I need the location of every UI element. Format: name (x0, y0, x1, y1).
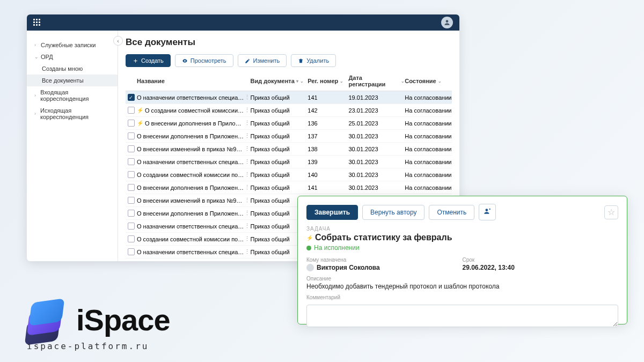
doc-reg: 138 (308, 146, 348, 152)
delete-button[interactable]: Удалить (291, 54, 336, 67)
doc-date: 30.01.2023 (349, 133, 405, 139)
sidebar-item[interactable]: ›Исходящая корреспонденция (27, 105, 118, 123)
desc-label: Описание (306, 276, 618, 282)
row-menu-icon[interactable]: ⋮ (244, 235, 250, 242)
sidebar-item-label: Созданы мною (42, 65, 83, 72)
doc-date: 30.01.2023 (349, 172, 405, 178)
row-checkbox[interactable] (128, 158, 135, 165)
return-button[interactable]: Вернуть автору (362, 205, 425, 220)
row-checkbox[interactable] (128, 120, 135, 127)
avatar[interactable] (441, 17, 453, 28)
sort-icon: ⌄ (401, 79, 405, 84)
lightning-icon: ⚡ (306, 235, 313, 241)
sidebar-item[interactable]: ›Служебные записки (27, 39, 118, 51)
sort-icon: ⌄ (340, 79, 343, 84)
row-menu-icon[interactable]: ⋮ (244, 197, 250, 204)
sidebar-item[interactable]: ⌄ОРД (27, 51, 118, 63)
task-type-label: ЗАДАЧА (306, 226, 618, 232)
sidebar-item[interactable]: ›Входящая корреспонденция (27, 86, 118, 105)
row-checkbox[interactable] (128, 197, 135, 204)
table-row[interactable]: О назначении ответственных специалист…⋮П… (126, 156, 452, 168)
sidebar-item-label: ОРД (41, 54, 53, 60)
row-menu-icon[interactable]: ⋮ (244, 107, 250, 114)
task-meta: Кому назначена Виктория Соколова Срок 29… (306, 257, 618, 271)
assignee-label: Кому назначена (306, 257, 463, 263)
table-row[interactable]: О внесении изменений в приказ №95 от …⋮П… (126, 143, 452, 156)
row-checkbox[interactable] (128, 210, 135, 217)
chevron-right-icon: › (34, 111, 38, 116)
brand: iSpace (25, 299, 170, 341)
row-checkbox[interactable] (128, 248, 135, 255)
doc-name: О создании совместной комиссии по к… (145, 107, 244, 114)
col-reg[interactable]: Рег. номер⌄ (308, 75, 348, 87)
row-menu-icon[interactable]: ⋮ (244, 184, 250, 191)
table-row[interactable]: ⚡О внесении дополнения в Приложение…⋮При… (126, 117, 452, 130)
doc-reg: 142 (308, 107, 348, 114)
row-menu-icon[interactable]: ⋮ (244, 210, 250, 217)
sort-icon: ⌄ (300, 79, 304, 84)
row-checkbox[interactable] (128, 171, 135, 178)
view-button[interactable]: Просмотреть (175, 54, 233, 67)
row-menu-icon[interactable]: ⋮ (244, 158, 250, 165)
doc-date: 19.01.2023 (349, 94, 405, 101)
doc-name: О назначении ответственных специалист… (137, 159, 244, 165)
doc-reg: 136 (308, 120, 348, 127)
row-menu-icon[interactable]: ⋮ (244, 94, 250, 101)
doc-name: О внесении дополнения в Приложение … (137, 133, 244, 139)
doc-date: 30.01.2023 (349, 159, 405, 165)
brand-name: iSpace (76, 302, 170, 337)
doc-name: О назначении ответственных специалист… (137, 249, 244, 255)
table-row[interactable]: ⚡О создании совместной комиссии по к…⋮Пр… (126, 104, 452, 117)
assign-button[interactable] (479, 204, 496, 220)
table-row[interactable]: О создании совместной комиссии по кон…⋮П… (126, 168, 452, 181)
row-checkbox[interactable] (128, 132, 135, 139)
table-row[interactable]: О внесении дополнения в Приложение …⋮При… (126, 130, 452, 143)
doc-state: На согласовании (405, 94, 452, 101)
brand-url: ispace-platform.ru (27, 341, 149, 351)
create-button[interactable]: Создать (126, 54, 171, 67)
star-icon[interactable]: ☆ (604, 205, 618, 219)
row-menu-icon[interactable]: ⋮ (244, 132, 250, 139)
row-checkbox[interactable] (128, 235, 135, 242)
chevron-right-icon: › (34, 93, 38, 98)
col-date[interactable]: Дата регистрации⌄ (349, 75, 405, 87)
apps-icon[interactable] (33, 19, 41, 26)
nav-tree: ›Служебные записки⌄ОРДСозданы мноюВсе до… (27, 35, 118, 127)
collapse-icon[interactable]: ‹ (113, 36, 123, 46)
row-menu-icon[interactable]: ⋮ (244, 248, 250, 255)
chevron-right-icon: › (34, 42, 39, 48)
row-checkbox[interactable] (128, 107, 135, 114)
edit-button[interactable]: Изменить (238, 54, 287, 67)
doc-name: О внесении изменений в приказ №95 от … (137, 197, 244, 204)
table-row[interactable]: О назначении ответственных специалист…⋮П… (126, 91, 452, 104)
doc-date: 30.01.2023 (349, 184, 405, 191)
row-menu-icon[interactable]: ⋮ (244, 171, 250, 178)
doc-type: Приказ общий (251, 133, 308, 139)
row-checkbox[interactable] (128, 145, 135, 152)
sidebar: ‹ ›Служебные записки⌄ОРДСозданы мноюВсе … (27, 31, 118, 261)
col-name[interactable]: Название (137, 75, 244, 87)
row-menu-icon[interactable]: ⋮ (244, 120, 250, 127)
cancel-button[interactable]: Отменить (429, 205, 474, 220)
row-checkbox[interactable] (128, 94, 135, 101)
row-checkbox[interactable] (128, 223, 135, 230)
doc-date: 23.01.2023 (349, 107, 405, 114)
row-checkbox[interactable] (128, 184, 135, 191)
brand-logo-icon (25, 299, 67, 341)
sidebar-item[interactable]: Все документы (27, 75, 118, 86)
col-type[interactable]: Вид документа▾⌄ (251, 75, 308, 87)
complete-button[interactable]: Завершить (306, 205, 358, 220)
comment-label: Комментарий (306, 294, 618, 300)
sidebar-item[interactable]: Созданы мною (27, 63, 118, 75)
table-row[interactable]: О внесении дополнения в Приложение …⋮При… (126, 181, 452, 194)
comment-input[interactable] (306, 305, 618, 327)
doc-reg: 141 (308, 184, 348, 191)
assignee-value: Виктория Соколова (306, 264, 463, 271)
doc-name: О создании совместной комиссии по кон… (137, 236, 244, 242)
doc-reg: 137 (308, 133, 348, 139)
row-menu-icon[interactable]: ⋮ (244, 223, 250, 230)
col-state[interactable]: Состояние⌄ (405, 75, 452, 87)
row-menu-icon[interactable]: ⋮ (244, 145, 250, 152)
sidebar-item-label: Входящая корреспонденция (40, 89, 111, 102)
status-dot-icon (306, 246, 311, 250)
